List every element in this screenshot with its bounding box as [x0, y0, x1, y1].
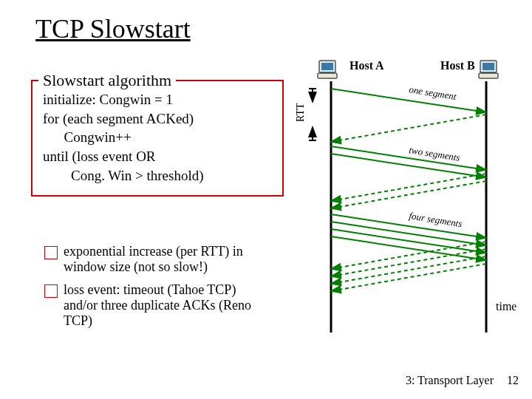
svg-line-10 [331, 115, 486, 142]
page-title: TCP Slowstart [35, 13, 191, 44]
list-item: loss event: timeout (Tahoe TCP) and/or t… [44, 282, 266, 329]
time-label: time [496, 300, 516, 313]
svg-line-22 [331, 264, 486, 291]
bullet-text: loss event: timeout (Tahoe TCP) and/or t… [64, 282, 266, 329]
timing-diagram: Host A Host B RTT one segment two segmen… [279, 59, 523, 369]
seg1-label: one segment [409, 83, 458, 102]
rtt-label: RTT [295, 103, 306, 122]
svg-line-17 [331, 229, 486, 253]
bullet-marker-icon [44, 284, 58, 298]
bullet-marker-icon [44, 246, 58, 259]
footer-chapter: 3: Transport Layer [406, 374, 494, 387]
seg2-label: two segments [409, 144, 461, 163]
svg-line-19 [331, 242, 486, 269]
svg-line-21 [331, 256, 486, 284]
svg-line-18 [331, 236, 486, 260]
host-b-label: Host B [440, 59, 475, 72]
computer-icon [318, 61, 337, 78]
bullet-list: exponential increase (per RTT) in window… [44, 244, 266, 336]
svg-line-16 [331, 222, 486, 245]
list-item: exponential increase (per RTT) in window… [44, 244, 266, 275]
bullet-text: exponential increase (per RTT) in window… [64, 244, 266, 275]
computer-icon [479, 61, 498, 78]
page-number: 12 [507, 374, 519, 387]
host-a-label: Host A [349, 59, 384, 72]
svg-line-12 [331, 154, 486, 177]
slowstart-algorithm-box: Slowstart algorithm initialize: Congwin … [31, 71, 284, 197]
algo-body: initialize: Congwin = 1 for (each segmen… [43, 90, 272, 185]
algo-legend: Slowstart algorithm [38, 71, 176, 90]
svg-line-13 [331, 174, 486, 201]
svg-line-14 [331, 181, 486, 208]
svg-line-20 [331, 249, 486, 276]
seg4-label: four segments [409, 210, 463, 229]
